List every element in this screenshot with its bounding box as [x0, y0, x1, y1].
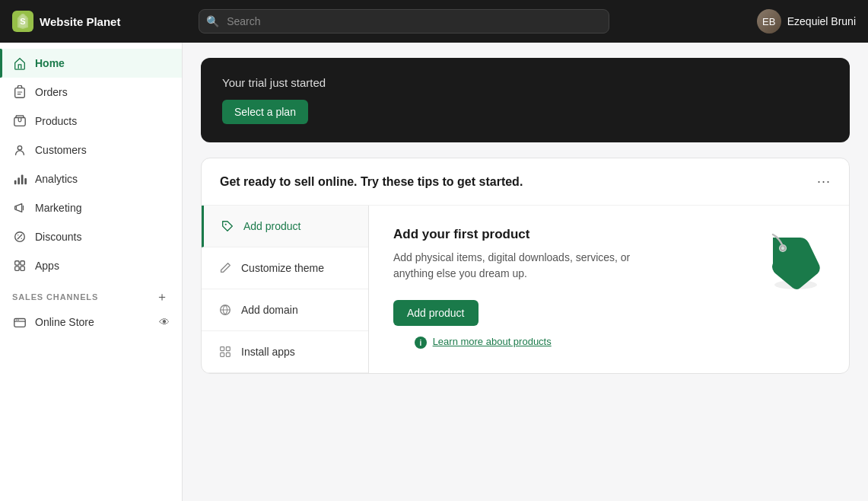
svg-rect-20 [226, 347, 230, 351]
sidebar-products-label: Products [35, 115, 77, 127]
shopify-logo-icon: S [12, 11, 33, 32]
tips-card: Get ready to sell online. Try these tips… [201, 158, 850, 374]
product-illustration [756, 224, 825, 292]
svg-point-4 [17, 146, 21, 150]
learn-more-link[interactable]: Learn more about products [433, 336, 552, 347]
online-store-icon [12, 314, 27, 330]
sidebar-orders-label: Orders [35, 86, 68, 98]
tips-header: Get ready to sell online. Try these tips… [202, 158, 849, 206]
tip-item-install-apps[interactable]: Install apps [202, 331, 368, 373]
user-menu[interactable]: EB Ezequiel Bruni [757, 9, 856, 34]
svg-rect-7 [21, 175, 24, 185]
svg-text:S: S [20, 17, 25, 26]
svg-rect-14 [14, 319, 25, 327]
trial-banner: Your trial just started Select a plan [201, 58, 850, 142]
sidebar-item-discounts[interactable]: Discounts [0, 222, 182, 251]
sidebar-analytics-label: Analytics [35, 173, 78, 185]
svg-rect-10 [15, 261, 19, 265]
user-name-label: Ezequiel Bruni [787, 15, 856, 27]
sales-channels-title: SALES CHANNELS [12, 292, 98, 302]
svg-rect-5 [14, 180, 17, 184]
tip-install-apps-label: Install apps [241, 346, 295, 358]
sidebar-discounts-label: Discounts [35, 231, 81, 243]
select-plan-button[interactable]: Select a plan [222, 100, 308, 124]
sales-channels-section: SALES CHANNELS ＋ [0, 280, 182, 308]
store-name-label: Website Planet [40, 15, 120, 28]
svg-rect-12 [15, 266, 19, 270]
trial-message: Your trial just started [222, 76, 828, 89]
sidebar-home-label: Home [35, 57, 65, 69]
svg-rect-13 [21, 266, 24, 270]
discounts-icon [12, 229, 27, 244]
home-icon [12, 56, 27, 71]
search-input[interactable] [199, 9, 609, 34]
add-product-button[interactable]: Add product [393, 300, 479, 326]
learn-more-section: i Learn more about products [390, 336, 576, 364]
sidebar-marketing-label: Marketing [35, 202, 81, 214]
analytics-icon [12, 171, 27, 187]
sidebar-item-apps[interactable]: Apps [0, 251, 182, 280]
customers-icon [12, 142, 27, 158]
marketing-icon [12, 200, 27, 215]
tips-body: Add product Customize theme Add domain [202, 206, 849, 373]
sidebar-customers-label: Customers [35, 144, 87, 156]
topbar: S Website Planet 🔍 EB Ezequiel Bruni [0, 0, 868, 43]
tip-add-product-label: Add product [243, 220, 301, 232]
avatar: EB [757, 9, 781, 34]
orders-icon [12, 85, 27, 100]
sidebar-item-customers[interactable]: Customers [0, 136, 182, 164]
online-store-label: Online Store [35, 316, 159, 328]
main-layout: Home Orders Products Customers [0, 43, 868, 501]
tip-item-customize-theme[interactable]: Customize theme [202, 247, 368, 289]
sidebar-item-orders[interactable]: Orders [0, 78, 182, 107]
tip-detail-panel: Add your first product Add physical item… [369, 206, 849, 373]
sidebar-apps-label: Apps [35, 260, 59, 272]
search-bar: 🔍 [199, 9, 609, 34]
apps-icon [12, 258, 27, 273]
tag-icon [219, 218, 236, 235]
sidebar-item-home[interactable]: Home [0, 49, 182, 78]
tip-item-add-domain[interactable]: Add domain [202, 289, 368, 331]
globe-icon [217, 302, 234, 318]
svg-point-16 [17, 320, 18, 321]
search-icon: 🔍 [206, 15, 219, 27]
view-online-store-button[interactable]: 👁 [159, 316, 170, 328]
sidebar-item-online-store[interactable]: Online Store 👁 [0, 308, 182, 337]
pen-icon [217, 260, 234, 276]
svg-point-15 [16, 320, 17, 321]
tips-list: Add product Customize theme Add domain [202, 206, 369, 373]
svg-rect-11 [21, 261, 24, 265]
svg-rect-6 [17, 177, 20, 184]
sidebar: Home Orders Products Customers [0, 43, 183, 501]
tip-item-add-product[interactable]: Add product [202, 206, 368, 247]
tips-heading: Get ready to sell online. Try these tips… [220, 175, 523, 189]
svg-rect-8 [24, 178, 27, 184]
add-sales-channel-button[interactable]: ＋ [154, 289, 170, 305]
sidebar-item-marketing[interactable]: Marketing [0, 193, 182, 222]
info-icon: i [415, 337, 427, 349]
svg-rect-22 [226, 353, 230, 356]
svg-rect-21 [221, 353, 224, 356]
tip-detail-description: Add physical items, digital downloads, s… [393, 250, 652, 282]
svg-rect-19 [221, 347, 224, 351]
tips-more-button[interactable]: ··· [817, 174, 831, 190]
main-content: Your trial just started Select a plan Ge… [183, 43, 868, 501]
store-logo[interactable]: S Website Planet [12, 11, 120, 32]
tip-customize-theme-label: Customize theme [241, 262, 324, 274]
svg-rect-2 [15, 88, 25, 98]
svg-point-17 [225, 224, 227, 225]
sidebar-item-analytics[interactable]: Analytics [0, 164, 182, 193]
sidebar-item-products[interactable]: Products [0, 107, 182, 136]
apps-grid-icon [217, 343, 234, 360]
tip-add-domain-label: Add domain [241, 304, 298, 316]
products-icon [12, 113, 27, 129]
